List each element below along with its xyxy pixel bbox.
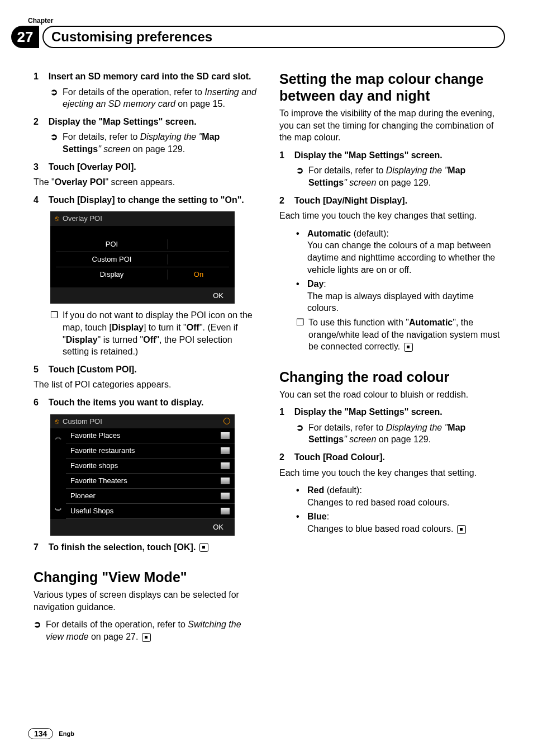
text: " is turned "	[98, 335, 144, 344]
step-3-num: 3	[34, 162, 39, 172]
step-2-note: ➲ For details, refer to Displaying the "…	[50, 131, 257, 155]
overlay-poi-screenshot: ⎋ Overlay POI POI Custom POI Display On …	[50, 211, 235, 304]
list-item[interactable]: Favorite shops	[66, 459, 235, 474]
list-item[interactable]: Pioneer	[66, 489, 235, 504]
list-item[interactable]: Favorite Places	[66, 428, 235, 443]
overlay-poi-ok-button[interactable]: OK	[50, 287, 235, 304]
checkbox-icon[interactable]	[220, 492, 230, 500]
text-bold: Day	[307, 279, 323, 289]
checkbox-icon[interactable]	[220, 447, 230, 455]
list-item-label: Pioneer	[70, 491, 220, 501]
dn-bullet-automatic: • Automatic (default): You can change th…	[296, 228, 503, 276]
step-5-title: Touch [Custom POI].	[49, 365, 137, 374]
dn-step-1-num: 1	[279, 150, 284, 160]
rc-bullet-red: • Red (default): Changes to red based ro…	[296, 484, 503, 508]
dn-note-text: To use this function with "Automatic", t…	[308, 316, 503, 353]
checkbox-icon[interactable]	[220, 507, 230, 515]
back-icon[interactable]: ⎋	[55, 417, 59, 427]
rc-bullet-blue: • Blue: Changes to blue based road colou…	[296, 511, 503, 535]
step-3: 3 Touch [Overlay POI].	[34, 161, 257, 173]
row-value: On	[168, 270, 229, 280]
section-end-icon	[142, 633, 151, 642]
rc-step-1-note-text: For details, refer to Displaying the "Ma…	[308, 422, 503, 446]
custom-poi-screenshot: ⎋ Custom POI ︽ ︾ Favorite Places Favorit…	[50, 414, 235, 536]
dn-step-1-note-text: For details, refer to Displaying the "Ma…	[308, 164, 503, 188]
checkbox-icon[interactable]	[220, 477, 230, 485]
custom-poi-ok-button[interactable]: OK	[50, 519, 235, 536]
step-7-num: 7	[34, 542, 39, 552]
dn-bullet-day: • Day: The map is always displayed with …	[296, 278, 503, 314]
checkbox-icon[interactable]	[220, 462, 230, 470]
list-item[interactable]: Useful Shops	[66, 504, 235, 519]
checkbox-icon[interactable]	[220, 432, 230, 440]
counter-icon	[223, 418, 230, 424]
step-3-title: Touch [Overlay POI].	[49, 162, 136, 172]
text-italic: Displaying the "	[386, 423, 448, 432]
list-item-label: Useful Shops	[70, 506, 220, 516]
step-5-num: 5	[34, 365, 39, 374]
rc-bullet-list: • Red (default): Changes to red based ro…	[296, 484, 503, 535]
reference-arrow-icon: ➲	[296, 164, 308, 188]
rc-step-2-num: 2	[279, 452, 284, 462]
back-icon[interactable]: ⎋	[55, 214, 59, 224]
step-6-num: 6	[34, 398, 39, 407]
page-footer: 134 Engb	[28, 728, 74, 739]
custom-poi-title-bar: ⎋ Custom POI	[50, 414, 235, 429]
list-item[interactable]: Favorite restaurants	[66, 443, 235, 459]
text: For details, refer to	[308, 166, 386, 175]
heading-day-night: Setting the map colour change between da…	[279, 70, 503, 104]
overlay-poi-body: POI Custom POI Display On	[50, 226, 235, 287]
text: (default):	[324, 485, 362, 495]
text-italic: Displaying the "	[140, 132, 202, 141]
step-6: 6 Touch the items you want to display.	[34, 396, 257, 409]
text-italic: " screen	[344, 434, 376, 444]
text: Changes to red based road colours.	[307, 498, 449, 507]
text-bold: Blue	[307, 512, 327, 521]
custom-poi-title: Custom POI	[63, 417, 102, 427]
overlay-poi-row-poi[interactable]: POI	[56, 237, 229, 252]
scroll-up-down[interactable]: ︽ ︾	[50, 428, 66, 519]
text-bold: Automatic	[409, 318, 453, 327]
reference-arrow-icon: ➲	[50, 86, 63, 110]
list-item[interactable]: Favorite Theaters	[66, 474, 235, 489]
step-1-num: 1	[34, 72, 39, 81]
text-bold: Off	[187, 323, 199, 332]
row-label: Display	[56, 270, 168, 280]
dn-step-1-note: ➲ For details, refer to Displaying the "…	[296, 164, 503, 188]
overlay-poi-row-custom[interactable]: Custom POI	[56, 252, 229, 267]
text: (default):	[351, 229, 389, 238]
scroll-up-icon[interactable]: ︽	[55, 432, 62, 442]
step-5-body: The list of POI categories appears.	[34, 379, 257, 391]
text: on page 15.	[175, 99, 225, 108]
text: " screen appears.	[105, 177, 175, 187]
heading-view-mode: Changing "View Mode"	[34, 569, 257, 585]
row-label: POI	[56, 239, 168, 249]
bullet-icon: •	[296, 278, 307, 314]
bullet-text: Red (default): Changes to red based road…	[307, 484, 503, 508]
text: The map is always displayed with daytime…	[307, 291, 474, 313]
scroll-down-icon[interactable]: ︾	[55, 506, 62, 516]
text: ] to turn it "	[144, 323, 187, 332]
text: For details, refer to	[63, 132, 140, 141]
step-3-body: The "Overlay POI" screen appears.	[34, 176, 257, 188]
dn-step-2-body: Each time you touch the key changes that…	[279, 210, 503, 222]
list-item-label: Favorite Places	[70, 431, 220, 441]
reference-arrow-icon: ➲	[296, 422, 308, 446]
custom-poi-list: Favorite Places Favorite restaurants Fav…	[66, 428, 235, 519]
reference-arrow-icon: ➲	[34, 618, 46, 642]
chapter-title: Customising preferences	[42, 26, 505, 48]
text: To use this function with "	[308, 318, 409, 327]
list-item-label: Favorite shops	[70, 461, 220, 471]
page-number: 134	[28, 728, 53, 739]
heading-road-colour: Changing the road colour	[279, 368, 503, 385]
reference-arrow-icon: ➲	[50, 131, 63, 155]
dn-step-1-title: Display the "Map Settings" screen.	[294, 150, 442, 160]
bullet-text: Blue: Changes to blue based road colours…	[307, 511, 503, 535]
overlay-poi-row-display[interactable]: Display On	[56, 267, 229, 282]
text-bold: Display	[112, 323, 144, 332]
list-item-label: Favorite restaurants	[70, 446, 220, 456]
step-1-title: Insert an SD memory card into the SD car…	[49, 72, 251, 81]
bullet-icon: •	[296, 228, 307, 276]
text-bold: Overlay POI	[55, 177, 106, 187]
right-column: Setting the map colour change between da…	[279, 70, 503, 649]
